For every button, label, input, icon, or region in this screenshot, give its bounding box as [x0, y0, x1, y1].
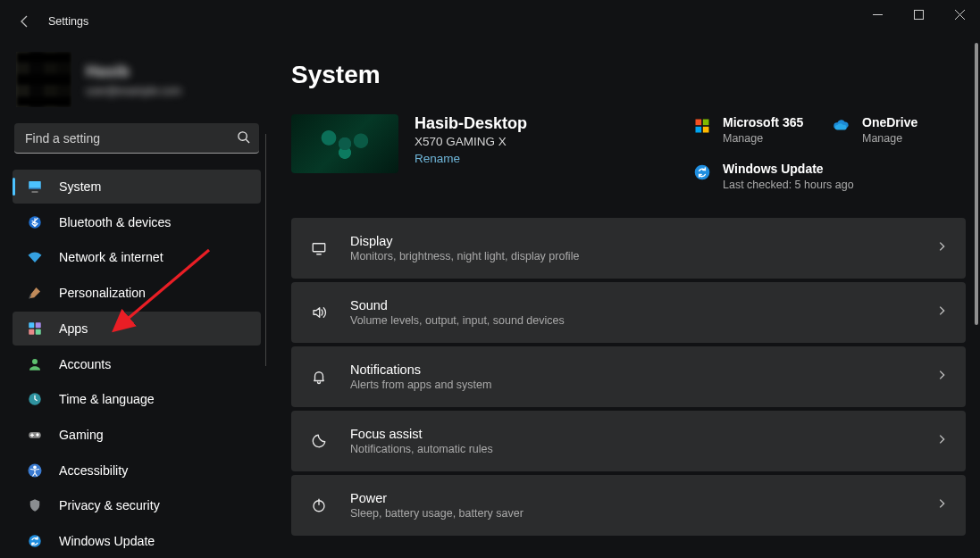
page-title: System	[291, 61, 966, 89]
user-profile[interactable]: Hasib user@example.com	[16, 52, 261, 107]
sidebar-item-apps[interactable]: Apps	[13, 312, 261, 346]
minimize-button[interactable]	[857, 0, 898, 29]
tile-onedrive[interactable]: OneDriveManage	[832, 114, 966, 145]
rename-link[interactable]: Rename	[415, 152, 460, 165]
card-title: Focus assist	[350, 427, 493, 441]
card-display[interactable]: DisplayMonitors, brightness, night light…	[291, 218, 966, 279]
chevron-right-icon	[935, 240, 948, 256]
svg-rect-22	[313, 244, 325, 252]
user-email: user@example.com	[86, 85, 181, 97]
moon-icon	[309, 431, 329, 451]
card-sub: Notifications, automatic rules	[350, 443, 493, 455]
divider	[265, 0, 266, 558]
svg-rect-6	[36, 322, 41, 328]
svg-point-12	[37, 434, 38, 436]
card-sub: Volume levels, output, input, sound devi…	[350, 314, 565, 327]
sidebar-item-label: System	[59, 179, 101, 194]
sidebar-item-privacy[interactable]: Privacy & security	[13, 489, 261, 523]
sidebar-item-label: Apps	[59, 321, 88, 336]
bell-icon	[309, 367, 329, 387]
display-icon	[309, 238, 329, 258]
sidebar-item-network[interactable]: Network & internet	[13, 240, 261, 274]
device-model: X570 GAMING X	[415, 135, 527, 148]
back-button[interactable]	[11, 7, 39, 36]
svg-point-15	[34, 466, 36, 468]
sync-icon	[27, 533, 43, 549]
apps-icon	[27, 321, 43, 337]
shield-icon	[27, 497, 43, 513]
tile-sub: Manage	[862, 132, 917, 145]
monitor-icon	[27, 179, 43, 195]
tile-winupdate[interactable]: Windows UpdateLast checked: 5 hours ago	[692, 161, 966, 191]
card-title: Notifications	[350, 362, 491, 377]
sidebar-item-label: Accounts	[59, 357, 111, 371]
chevron-right-icon	[935, 369, 948, 385]
search-icon	[237, 130, 250, 147]
gamepad-icon	[27, 427, 43, 443]
sidebar-item-label: Personalization	[59, 286, 146, 300]
svg-rect-17	[696, 120, 702, 126]
bluetooth-icon	[27, 214, 43, 230]
card-title: Sound	[350, 298, 565, 312]
onedrive-icon	[832, 116, 851, 136]
sync-badge-icon	[692, 162, 712, 182]
chevron-right-icon	[935, 497, 948, 513]
user-name: Hasib	[86, 62, 181, 81]
sidebar-item-accessibility[interactable]: Accessibility	[13, 454, 261, 487]
ms365-icon	[692, 116, 712, 136]
window-title: Settings	[48, 15, 88, 28]
sidebar-item-system[interactable]: System	[13, 170, 261, 204]
card-notifications[interactable]: NotificationsAlerts from apps and system	[291, 346, 966, 407]
chevron-right-icon	[935, 433, 948, 449]
sidebar-item-label: Time & language	[59, 392, 155, 406]
close-button[interactable]	[939, 0, 980, 29]
svg-rect-18	[703, 120, 709, 126]
accessibility-icon	[27, 462, 43, 479]
tile-sub: Manage	[723, 132, 803, 145]
svg-rect-8	[36, 329, 41, 335]
power-icon	[309, 496, 329, 515]
brush-icon	[27, 285, 43, 301]
search-input[interactable]	[14, 123, 259, 154]
svg-rect-19	[696, 127, 702, 133]
tile-m365[interactable]: Microsoft 365Manage	[692, 114, 826, 145]
sidebar-item-bluetooth[interactable]: Bluetooth & devices	[13, 205, 261, 239]
sidebar-item-update[interactable]: Windows Update	[13, 524, 261, 558]
sidebar-item-label: Privacy & security	[59, 498, 160, 512]
wifi-icon	[27, 249, 43, 265]
card-title: Display	[350, 234, 579, 248]
avatar	[16, 52, 71, 107]
card-sub: Monitors, brightness, night light, displ…	[350, 250, 579, 262]
sidebar-item-label: Gaming	[59, 428, 104, 442]
sidebar-item-label: Bluetooth & devices	[59, 215, 171, 229]
svg-rect-7	[29, 329, 34, 335]
card-sub: Alerts from apps and system	[350, 379, 491, 391]
device-name: Hasib-Desktop	[415, 114, 527, 133]
maximize-button[interactable]	[898, 0, 939, 29]
card-sound[interactable]: SoundVolume levels, output, input, sound…	[291, 282, 966, 343]
person-icon	[27, 356, 43, 372]
sidebar-item-personalization[interactable]: Personalization	[13, 276, 261, 310]
tile-title: Microsoft 365	[723, 114, 803, 130]
sound-icon	[309, 303, 329, 322]
sidebar-item-gaming[interactable]: Gaming	[13, 418, 261, 452]
card-title: Power	[350, 491, 524, 505]
svg-rect-20	[703, 127, 709, 133]
sidebar-item-label: Accessibility	[59, 463, 128, 478]
sidebar-item-accounts[interactable]: Accounts	[13, 347, 261, 381]
clock-icon	[27, 391, 43, 407]
svg-point-21	[695, 165, 710, 180]
card-focus[interactable]: Focus assistNotifications, automatic rul…	[291, 411, 966, 471]
tile-title: OneDrive	[862, 114, 917, 130]
tile-sub: Last checked: 5 hours ago	[723, 179, 854, 191]
svg-rect-5	[29, 322, 34, 328]
tile-title: Windows Update	[723, 161, 854, 177]
card-power[interactable]: PowerSleep, battery usage, battery saver	[291, 475, 966, 536]
device-thumbnail	[291, 114, 398, 173]
chevron-right-icon	[935, 304, 948, 321]
svg-point-9	[32, 359, 38, 364]
card-sub: Sleep, battery usage, battery saver	[350, 507, 524, 520]
svg-point-1	[239, 132, 247, 140]
svg-rect-0	[914, 10, 923, 19]
sidebar-item-time[interactable]: Time & language	[13, 382, 261, 416]
